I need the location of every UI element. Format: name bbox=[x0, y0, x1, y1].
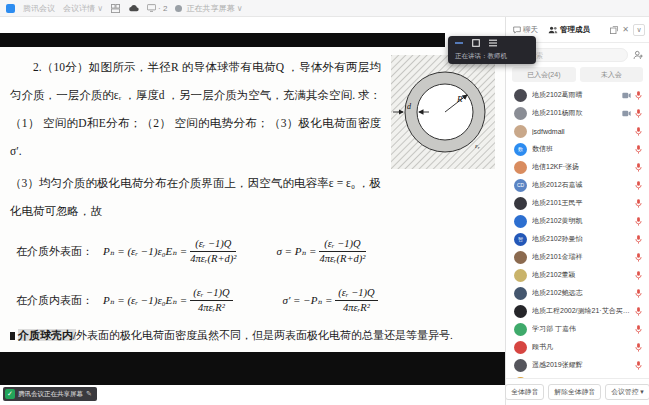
participant-name: 地质2101金瑞祥 bbox=[532, 252, 630, 262]
segment-joined[interactable]: 已入会(24) bbox=[512, 67, 576, 82]
collapse-chevron-icon[interactable]: ∨ bbox=[633, 24, 645, 36]
participant-row[interactable]: 地质2102葛雨晴 bbox=[506, 86, 649, 104]
avatar bbox=[514, 215, 527, 228]
avatar bbox=[514, 197, 527, 210]
participant-name: 顾书凡 bbox=[532, 342, 630, 352]
members-icon bbox=[548, 26, 558, 34]
participant-status-icons bbox=[635, 307, 642, 316]
menu-icon[interactable] bbox=[489, 39, 497, 47]
sharing-indicator-pill[interactable]: ✓ 腾讯会议正在共享屏幕 ✎ bbox=[3, 387, 97, 401]
participant-row[interactable]: 遥感2019张耀辉 bbox=[506, 356, 649, 374]
note-text: 外表面的极化电荷面密度虽然不同，但是两表面极化电荷的总量还是等量异号. bbox=[76, 329, 453, 341]
participant-row[interactable]: 地质工程2002/测绘21·艾合买提江 bbox=[506, 302, 649, 320]
close-panel-icon[interactable]: ✕ bbox=[622, 25, 629, 34]
members-panel: 聊天 管理成员 ✕ ∨ bbox=[505, 17, 649, 405]
participant-name: 地质2101王民平 bbox=[532, 198, 630, 208]
participant-row[interactable]: 地质2102鲍远志 bbox=[506, 284, 649, 302]
participant-row[interactable]: 地质2102董颖 bbox=[506, 266, 649, 284]
participant-status-icons bbox=[622, 91, 642, 100]
participant-list: 地质2102葛雨晴 地质2101杨雨欣 bbox=[506, 86, 649, 378]
participant-status-icons bbox=[635, 163, 642, 172]
participant-row[interactable]: CD 地质2012石嘉诚 bbox=[506, 176, 649, 194]
participant-status-icons bbox=[635, 217, 642, 226]
presenter-avatar-icon bbox=[175, 5, 182, 12]
avatar bbox=[514, 269, 527, 282]
participant-row[interactable]: 地质2101金瑞祥 bbox=[506, 248, 649, 266]
minimize-icon[interactable] bbox=[455, 39, 463, 47]
chat-bubble-icon bbox=[513, 26, 521, 34]
formula-inner-math: Pₙ = (εᵣ −1)ε₀Eₙ = (εᵣ −1)Q4πεᵣR² σ′ = −… bbox=[103, 287, 378, 314]
layout-grid-icon[interactable] bbox=[111, 4, 120, 13]
mute-all-button[interactable]: 全体静音 bbox=[505, 384, 544, 400]
solution-step3: （3）均匀介质的极化电荷分布在介质界面上，因空气的电容率ε = ε₀ ，极化电荷… bbox=[10, 169, 495, 225]
mic-muted-icon bbox=[635, 253, 642, 262]
participant-row[interactable]: 地信12KF·张扬 bbox=[506, 158, 649, 176]
popout-icon[interactable] bbox=[610, 26, 618, 34]
note-highlight: 介质球壳内/ bbox=[18, 329, 76, 341]
mic-muted-icon bbox=[635, 181, 642, 190]
participant-row[interactable]: 地质2101王民平 bbox=[506, 194, 649, 212]
participant-status-icons bbox=[635, 181, 642, 190]
sharing-indicator-label: 腾讯会议正在共享屏幕 bbox=[18, 390, 83, 399]
formula-outer-math: Pₙ = (εᵣ −1)ε₀Eₙ = (εᵣ −1)Q4πεᵣ(R+d)² σ … bbox=[103, 238, 366, 265]
formula-outer-surface: 在介质外表面： Pₙ = (εᵣ −1)ε₀Eₙ = (εᵣ −1)Q4πεᵣ(… bbox=[16, 238, 495, 265]
participant-name: 学习部 丁嘉伟 bbox=[532, 324, 630, 334]
avatar bbox=[514, 323, 527, 336]
mic-muted-icon bbox=[635, 109, 642, 118]
letterbox-top bbox=[0, 33, 445, 47]
participant-row[interactable]: 顾书凡 bbox=[506, 338, 649, 356]
avatar bbox=[514, 287, 527, 300]
participant-row[interactable]: 地质2102黄明凯 bbox=[506, 212, 649, 230]
participant-name: 数信班 bbox=[532, 144, 630, 154]
avatar bbox=[514, 161, 527, 174]
meeting-control-button[interactable]: 会议管控 ▾ bbox=[605, 384, 649, 400]
meeting-window: 腾讯会议 会议详情 ∨ · 2 正在共享屏幕 ∨ bbox=[0, 0, 649, 405]
participant-status-icons bbox=[635, 289, 642, 298]
cloud-recording-icon[interactable] bbox=[128, 4, 139, 12]
unmute-all-button[interactable]: 解除全体静音 bbox=[548, 384, 601, 400]
avatar bbox=[514, 251, 527, 264]
app-logo-icon bbox=[6, 4, 15, 13]
window-top-bar: 腾讯会议 会议详情 ∨ · 2 正在共享屏幕 ∨ bbox=[0, 0, 649, 17]
participant-row[interactable]: jsdfwdmall bbox=[506, 122, 649, 140]
window-layout-icon[interactable] bbox=[472, 39, 480, 47]
formula-outer-label: 在介质外表面： bbox=[16, 244, 93, 259]
share-top-strip bbox=[0, 17, 505, 33]
mic-muted-icon bbox=[635, 199, 642, 208]
participant-name: 地质2102葛雨晴 bbox=[532, 90, 617, 100]
mic-muted-icon bbox=[635, 163, 642, 172]
participant-status-icons bbox=[635, 343, 642, 352]
share-status[interactable]: 正在共享屏幕 ∨ bbox=[175, 3, 242, 14]
mic-muted-icon bbox=[635, 145, 642, 154]
dielectric-sphere-figure: R d εr bbox=[391, 55, 495, 169]
segment-not-joined[interactable]: 未入会 bbox=[580, 67, 644, 82]
mic-muted-icon bbox=[635, 343, 642, 352]
avatar: 数 bbox=[514, 143, 527, 156]
participant-name: 地质2102黄明凯 bbox=[532, 216, 630, 226]
participant-row[interactable]: 智 地质2102孙曼怡 bbox=[506, 230, 649, 248]
tab-manage-members[interactable]: 管理成员 bbox=[545, 23, 593, 37]
search-input[interactable] bbox=[529, 52, 599, 59]
mic-muted-icon bbox=[635, 235, 642, 244]
mic-muted-icon bbox=[635, 91, 642, 100]
participant-row[interactable]: 数 数信班 bbox=[506, 140, 649, 158]
participant-name: 遥感2019张耀辉 bbox=[532, 360, 630, 370]
formula-inner-label: 在介质内表面： bbox=[16, 293, 93, 308]
screens-count[interactable]: · 2 bbox=[147, 4, 167, 13]
camera-icon bbox=[622, 92, 631, 99]
floating-share-toolbar[interactable]: 正在讲话：教师机 bbox=[448, 36, 536, 64]
meeting-info-label[interactable]: 会议详情 ∨ bbox=[63, 3, 103, 14]
participant-status-icons bbox=[635, 361, 642, 370]
mic-muted-icon bbox=[635, 307, 642, 316]
add-member-icon[interactable] bbox=[633, 50, 643, 60]
tab-chat[interactable]: 聊天 bbox=[510, 23, 541, 37]
figure-label-R: R bbox=[456, 94, 463, 104]
annotate-pencil-icon[interactable]: ✎ bbox=[86, 390, 92, 398]
participant-status-icons bbox=[635, 235, 642, 244]
sharing-active-icon: ✓ bbox=[5, 389, 15, 399]
participant-row[interactable]: 地质2101杨雨欣 bbox=[506, 104, 649, 122]
participant-name: 地质工程2002/测绘21·艾合买提江 bbox=[532, 306, 630, 316]
participant-row[interactable]: 学习部 丁嘉伟 bbox=[506, 320, 649, 338]
participant-status-icons bbox=[635, 199, 642, 208]
mic-muted-icon bbox=[635, 361, 642, 370]
